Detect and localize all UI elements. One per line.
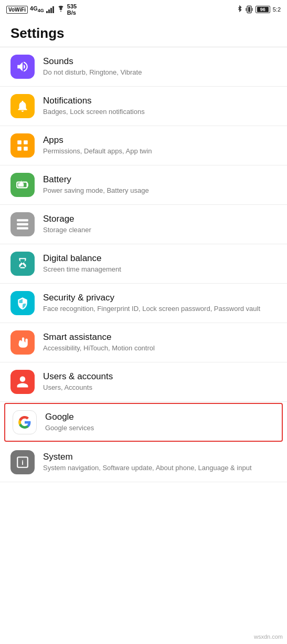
item-subtitle-google: Google services	[45, 423, 274, 433]
vowifi-indicator: VoWiFi	[6, 6, 28, 14]
item-text-sounds: Sounds Do not disturb, Ringtone, Vibrate	[43, 56, 277, 77]
item-title-notifications: Notifications	[43, 96, 277, 106]
item-title-sounds: Sounds	[43, 56, 277, 67]
icon-users-accounts	[10, 370, 35, 394]
network-type: 4G4G	[30, 5, 44, 13]
vibrate-icon	[246, 5, 253, 14]
icon-sounds	[10, 55, 35, 79]
item-title-battery: Battery	[43, 174, 277, 185]
svg-rect-10	[17, 147, 22, 151]
svg-rect-2	[50, 8, 52, 13]
icon-system: i	[10, 450, 35, 474]
item-text-system: System System navigation, Software updat…	[43, 452, 277, 473]
page-title: Settings	[0, 18, 287, 47]
status-left: VoWiFi 4G4G 535B/s	[6, 3, 77, 16]
settings-item-users-accounts[interactable]: Users & accounts Users, Accounts	[0, 362, 287, 402]
icon-notifications	[10, 94, 35, 118]
bluetooth-icon	[237, 5, 243, 14]
item-subtitle-users-accounts: Users, Accounts	[43, 383, 277, 392]
time: 5:2	[273, 6, 281, 13]
item-subtitle-battery: Power saving mode, Battery usage	[43, 186, 277, 195]
item-subtitle-system: System navigation, Software update, Abou…	[43, 463, 277, 473]
status-bar: VoWiFi 4G4G 535B/s 96	[0, 0, 287, 18]
item-text-digital-balance: Digital balance Screen time management	[43, 253, 277, 274]
signal-icon	[46, 6, 55, 13]
settings-item-system[interactable]: i System System navigation, Software upd…	[0, 443, 287, 482]
item-subtitle-smart-assistance: Accessibility, HiTouch, Motion control	[43, 344, 277, 353]
battery-level: 96	[257, 7, 269, 12]
settings-item-smart-assistance[interactable]: Smart assistance Accessibility, HiTouch,…	[0, 323, 287, 362]
item-text-storage: Storage Storage cleaner	[43, 214, 277, 235]
item-text-google: Google Google services	[45, 412, 274, 433]
svg-text:i: i	[22, 459, 24, 466]
item-text-users-accounts: Users & accounts Users, Accounts	[43, 371, 277, 392]
item-text-battery: Battery Power saving mode, Battery usage	[43, 174, 277, 195]
svg-rect-0	[46, 11, 48, 13]
item-subtitle-storage: Storage cleaner	[43, 225, 277, 235]
icon-security-privacy	[10, 291, 35, 315]
icon-digital-balance	[10, 252, 35, 276]
icon-storage	[10, 212, 35, 236]
settings-item-notifications[interactable]: Notifications Badges, Lock screen notifi…	[0, 87, 287, 126]
settings-list: Sounds Do not disturb, Ringtone, Vibrate…	[0, 47, 287, 482]
item-subtitle-security-privacy: Face recognition, Fingerprint ID, Lock s…	[43, 304, 277, 314]
svg-rect-3	[52, 6, 54, 13]
svg-rect-9	[24, 140, 28, 144]
status-right: 96 5:2	[237, 5, 281, 14]
settings-item-digital-balance[interactable]: Digital balance Screen time management	[0, 244, 287, 284]
item-subtitle-digital-balance: Screen time management	[43, 265, 277, 274]
icon-google	[13, 410, 37, 434]
item-title-system: System	[43, 452, 277, 462]
svg-rect-8	[17, 140, 22, 144]
settings-item-sounds[interactable]: Sounds Do not disturb, Ringtone, Vibrate	[0, 47, 287, 87]
settings-item-storage[interactable]: Storage Storage cleaner	[0, 205, 287, 244]
svg-rect-5	[248, 7, 250, 12]
item-subtitle-apps: Permissions, Default apps, App twin	[43, 147, 277, 156]
item-title-storage: Storage	[43, 214, 277, 224]
item-text-apps: Apps Permissions, Default apps, App twin	[43, 135, 277, 156]
svg-rect-14	[17, 219, 28, 221]
item-subtitle-notifications: Badges, Lock screen notifications	[43, 107, 277, 117]
svg-rect-11	[24, 147, 28, 151]
icon-battery	[10, 173, 35, 197]
settings-item-apps[interactable]: Apps Permissions, Default apps, App twin	[0, 126, 287, 165]
item-title-apps: Apps	[43, 135, 277, 146]
item-title-google: Google	[45, 412, 274, 422]
settings-item-battery[interactable]: Battery Power saving mode, Battery usage	[0, 165, 287, 205]
icon-smart-assistance	[10, 330, 35, 355]
speed-indicator: 535B/s	[67, 3, 77, 16]
svg-rect-15	[17, 223, 28, 225]
item-title-users-accounts: Users & accounts	[43, 371, 277, 382]
item-title-digital-balance: Digital balance	[43, 253, 277, 264]
item-title-security-privacy: Security & privacy	[43, 293, 277, 303]
item-title-smart-assistance: Smart assistance	[43, 332, 277, 342]
svg-rect-16	[17, 227, 28, 229]
icon-apps	[10, 133, 35, 158]
item-text-notifications: Notifications Badges, Lock screen notifi…	[43, 96, 277, 117]
watermark: wsxdn.com	[254, 633, 283, 640]
item-text-smart-assistance: Smart assistance Accessibility, HiTouch,…	[43, 332, 277, 353]
settings-item-security-privacy[interactable]: Security & privacy Face recognition, Fin…	[0, 284, 287, 323]
battery-icon: 96	[256, 6, 270, 13]
settings-item-google[interactable]: Google Google services	[4, 403, 283, 442]
item-text-security-privacy: Security & privacy Face recognition, Fin…	[43, 293, 277, 314]
wifi-icon	[57, 6, 65, 13]
svg-rect-1	[48, 9, 50, 13]
svg-rect-13	[18, 183, 24, 187]
item-subtitle-sounds: Do not disturb, Ringtone, Vibrate	[43, 68, 277, 77]
